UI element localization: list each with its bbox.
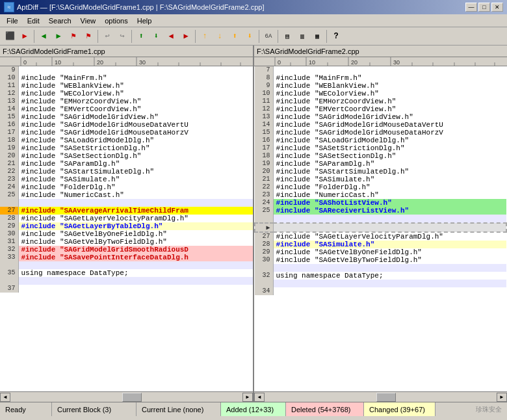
right-code-table: 7 8 #include "MainFrm.h" 9 #include "WEB… [254, 66, 507, 295]
toolbar-move-up[interactable]: ↑ [198, 29, 212, 44]
table-row: 14 #include "SAGridModelGridMouseDataVer… [255, 121, 506, 129]
table-row-added: 25 #include "SAReceiverListView.h" [255, 207, 506, 215]
toolbar-move-all-down[interactable]: ⬇ [242, 29, 257, 44]
status-ready-text: Ready [5, 406, 26, 413]
toolbar-new[interactable]: ⬛ [3, 29, 17, 44]
table-row [255, 264, 506, 272]
toolbar-move-all-up[interactable]: ⬆ [228, 29, 242, 44]
table-row: 32 #include "SAGridModelGridSmoothRadiou… [0, 246, 253, 254]
status-line: Current Line (none) [136, 402, 221, 416]
status-added-text: Added (12+33) [226, 406, 274, 413]
table-row: 15 #include "SAGridModelGridView.h" [0, 113, 253, 121]
table-row: 17 #include "SAGridModelGridMouseDataHor… [0, 129, 253, 137]
table-row: 23 #include "NumericCast.h" [255, 191, 506, 199]
title-bar-buttons: — □ ✕ [465, 3, 503, 12]
right-ruler: 0 10 20 30 [254, 57, 507, 66]
left-code-area[interactable]: 9 10 #include "MainFrm.h" 11 #include "W… [0, 66, 253, 391]
status-bar: Ready Current Block (3) Current Line (no… [0, 402, 507, 416]
menu-bar: File Edit Search View options Help [0, 14, 507, 27]
table-row: 13 #include "SAGridModelGridView.h" [255, 113, 506, 121]
toolbar-undo[interactable]: ↩ [100, 29, 114, 44]
table-row [255, 280, 506, 287]
left-hscrollbar[interactable]: ◀ ▶ [0, 392, 254, 402]
left-ruler: 0 10 20 30 [0, 57, 253, 66]
svg-text:20: 20 [351, 59, 358, 66]
table-row: 14 #include "EMVertCoordView.h" [0, 105, 253, 113]
toolbar-view2[interactable]: ▥ [295, 29, 309, 44]
status-added: Added (12+33) [221, 402, 286, 416]
menu-options[interactable]: options [101, 16, 131, 25]
menu-help[interactable]: Help [133, 16, 156, 25]
svg-text:30: 30 [139, 59, 146, 66]
left-scroll-right[interactable]: ▶ [242, 393, 253, 402]
right-scroll-thumb[interactable] [376, 393, 396, 402]
toolbar-right-arrow[interactable]: ▶ [179, 29, 193, 44]
table-row: 13 #include "EMHorzCoordView.h" [0, 98, 253, 105]
toolbar-separator-1 [34, 30, 34, 43]
minimize-button[interactable]: — [465, 3, 477, 12]
table-row: 22 #include "FolderDlg.h" [255, 183, 506, 191]
svg-rect-17 [254, 57, 507, 66]
svg-text:30: 30 [393, 59, 400, 66]
table-row: 8 #include "MainFrm.h" [255, 74, 506, 82]
main-content: F:\SAGridModelGridFrame1.cpp 0 10 20 30 [0, 46, 507, 391]
toolbar-up[interactable]: ⬆ [134, 29, 148, 44]
status-logo: 珍珠安全 [436, 405, 507, 414]
table-row: 23 #include "SASimulate.h" [0, 176, 253, 183]
app-icon: ≈ [4, 2, 14, 12]
right-pane: F:\SAGridModelGridFrame2.cpp 0 10 20 30 [254, 46, 507, 391]
toolbar-redo[interactable]: ↪ [115, 29, 129, 44]
table-row: 18 #include "SALoadGridModelDlg.h" [0, 137, 253, 144]
maximize-button[interactable]: □ [478, 3, 490, 12]
table-row: 9 [0, 66, 253, 74]
toolbar-down[interactable]: ⬇ [149, 29, 163, 44]
left-scroll-thumb[interactable] [122, 393, 142, 402]
toolbar-prev-diff[interactable]: ◀ [36, 29, 51, 44]
table-row: 10 #include "MainFrm.h" [0, 74, 253, 82]
toolbar-flag[interactable]: ⚑ [66, 29, 81, 44]
svg-text:0: 0 [23, 59, 27, 66]
menu-view[interactable]: View [77, 16, 100, 25]
menu-file[interactable]: File [3, 16, 22, 25]
status-line-text: Current Line (none) [142, 406, 203, 413]
menu-search[interactable]: Search [45, 16, 75, 25]
table-row [0, 277, 253, 285]
left-scroll-left[interactable]: ◀ [0, 393, 10, 402]
horizontal-scroll-bar: ◀ ▶ ◀ ▶ [0, 391, 507, 402]
table-row: 9 #include "WEBlankView.h" [255, 82, 506, 90]
toolbar-open[interactable]: ▶ [18, 29, 32, 44]
right-scroll-left[interactable]: ◀ [254, 393, 265, 402]
table-row: 22 #include "SAStartSimulateDlg.h" [0, 168, 253, 176]
right-scroll-right[interactable]: ▶ [497, 393, 507, 402]
table-row: 31 #include "SAGetVelByTwoFieldDlg.h" [0, 238, 253, 246]
toolbar-view3[interactable]: ▦ [310, 29, 324, 44]
table-row: 30 #include "SAGetVelByTwoFieldDlg.h" [255, 256, 506, 264]
menu-edit[interactable]: Edit [23, 16, 44, 25]
table-row: 32 using namespace DataType; [255, 272, 506, 280]
table-row: 10 #include "WEColorView.h" [255, 90, 506, 98]
table-row: 20 #include "SAStartSimulateDlg.h" [255, 168, 506, 176]
right-hscrollbar[interactable]: ◀ ▶ [254, 392, 507, 402]
table-row: 12 #include "WEColorView.h" [0, 90, 253, 98]
toolbar-view1[interactable]: ▤ [280, 29, 294, 44]
svg-text:10: 10 [55, 59, 61, 66]
table-row: 18 #include "SASetSectionDlg.h" [255, 152, 506, 160]
table-row-current: 27 #include "SAAverageArrivalTimeChildFr… [0, 207, 253, 215]
svg-text:10: 10 [309, 59, 315, 66]
table-row: 19 #include "SASetStrictionDlg.h" [0, 144, 253, 152]
table-row: 21 #include "SASimulate.h" [255, 176, 506, 183]
table-row [0, 199, 253, 207]
svg-rect-0 [0, 57, 253, 66]
toolbar-flag2[interactable]: ⚑ [81, 29, 96, 44]
toolbar: ⬛ ▶ ◀ ▶ ⚑ ⚑ ↩ ↪ ⬆ ⬇ ◀ ▶ ↑ ↓ ⬆ ⬇ 6A ▤ ▥ ▦… [0, 27, 507, 46]
table-row-added: 24 #include "SAShotListView.h" [255, 199, 506, 207]
close-button[interactable]: ✕ [491, 3, 503, 12]
toolbar-move-down[interactable]: ↓ [213, 29, 227, 44]
toolbar-next-diff[interactable]: ▶ [51, 29, 66, 44]
status-changed: Changed (39+67) [364, 402, 436, 416]
toolbar-left-arrow[interactable]: ◀ [164, 29, 178, 44]
toolbar-help[interactable]: ? [329, 29, 343, 44]
table-row: 29 #include "SAGetLayerByTableDlg.h" [0, 222, 253, 230]
toolbar-compare[interactable]: 6A [261, 29, 276, 44]
right-code-area[interactable]: 7 8 #include "MainFrm.h" 9 #include "WEB… [254, 66, 507, 391]
